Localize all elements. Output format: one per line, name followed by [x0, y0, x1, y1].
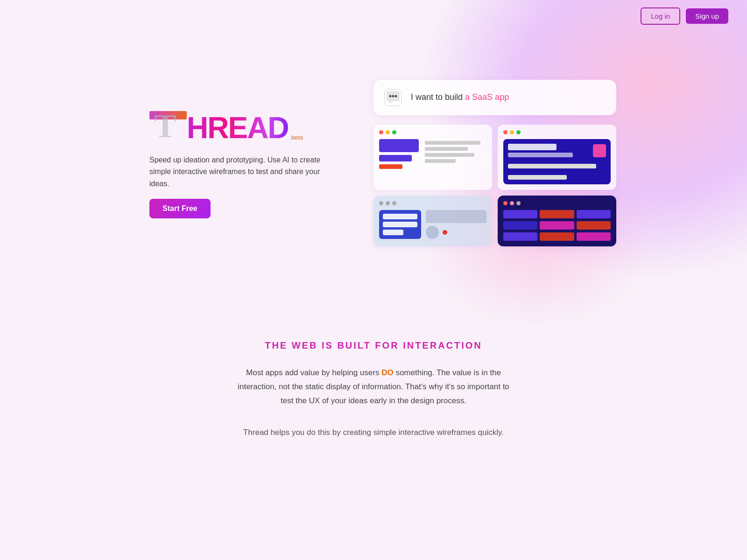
svg-point-3: [392, 95, 395, 97]
wf-gray-wide: [426, 210, 486, 223]
card3-left-panel: [379, 210, 421, 239]
wf-orange-tile1: [540, 210, 574, 218]
signup-button[interactable]: Sign up: [686, 8, 728, 24]
wireframe-card-1: [374, 125, 492, 190]
wf-purple-sm: [379, 155, 412, 161]
card3-content: [379, 210, 486, 239]
dot-yellow: [386, 130, 390, 134]
wf-line4: [425, 159, 456, 163]
wf-orange-tile2: [577, 221, 611, 230]
wireframe-card-3: [374, 196, 492, 246]
chat-icon: [383, 87, 403, 108]
chat-prefix: I want to build: [411, 92, 465, 102]
card1-right: [425, 139, 486, 169]
hero-section: T HREAD beta Speed up ideation and proto…: [0, 32, 747, 303]
wf-dark-tile1: [503, 221, 537, 230]
dot-green: [516, 130, 521, 134]
wf-line1: [425, 141, 480, 145]
hero-left: T HREAD beta Speed up ideation and proto…: [149, 107, 345, 219]
dot-red: [379, 130, 383, 134]
wf-circle: [426, 226, 439, 239]
wf-line2: [425, 147, 468, 151]
window-dots-2: [503, 130, 611, 134]
dot-red: [503, 201, 507, 205]
wireframe-card-2: [498, 125, 616, 190]
header: Log in Sign up: [0, 0, 747, 32]
wireframe-card-4: [498, 196, 616, 246]
card4-row3: [503, 232, 611, 241]
wf-magenta-tile2: [577, 232, 611, 241]
logo-t-wrapper: T: [149, 107, 187, 145]
dot-gray: [516, 201, 521, 205]
dot-gray3: [392, 201, 396, 205]
wf-white-bar: [508, 144, 557, 150]
wf-pink-square: [593, 144, 606, 157]
beta-badge: beta: [291, 134, 303, 141]
start-free-button[interactable]: Start Free: [149, 199, 211, 218]
wf-purple-box: [379, 139, 419, 152]
card3-right-panel: [426, 210, 486, 239]
card2-row1: [508, 144, 606, 157]
dot-gray1: [379, 201, 383, 205]
section-footer: Thread helps you do this by creating sim…: [93, 426, 654, 440]
chat-text: I want to build a SaaS app: [411, 92, 509, 102]
wf-white-full2: [383, 222, 417, 227]
chat-bubble: I want to build a SaaS app: [374, 80, 616, 115]
hero-description: Speed up ideation and prototyping. Use A…: [149, 154, 327, 190]
card4-row2: [503, 221, 611, 230]
card2-content: [503, 139, 611, 184]
interaction-section: THE WEB IS BUILT FOR INTERACTION Most ap…: [0, 303, 747, 468]
hero-right: I want to build a SaaS app: [374, 80, 616, 246]
card1-content: [379, 139, 486, 169]
wf-purple-tile1: [503, 210, 537, 218]
login-button[interactable]: Log in: [641, 7, 680, 25]
dot-red: [503, 130, 507, 134]
wf-white-full3: [383, 230, 403, 235]
logo-container: T HREAD beta: [149, 107, 345, 145]
wf-magenta-tile1: [540, 221, 574, 230]
wf-line3: [425, 153, 474, 157]
wf-gray-bar2: [508, 175, 567, 180]
wf-white-full1: [383, 214, 417, 219]
card1-left: [379, 139, 421, 169]
dot-pink: [510, 201, 514, 205]
wf-purple-tile2: [577, 210, 611, 218]
dot-yellow: [510, 130, 514, 134]
dot-gray2: [386, 201, 390, 205]
card3-bottom: [426, 226, 486, 239]
wf-orange-tile3: [540, 232, 574, 241]
logo-text: HREAD: [187, 113, 289, 143]
wf-orange-box: [379, 164, 402, 169]
wf-white-bar-sm: [508, 153, 573, 157]
card4-row1: [503, 210, 611, 218]
wf-red-dot: [443, 230, 447, 235]
section-body: Most apps add value by helping users DO …: [233, 366, 514, 407]
section-title: THE WEB IS BUILT FOR INTERACTION: [93, 340, 654, 351]
wf-gray-bar: [508, 164, 596, 168]
logo-t-letter: T: [154, 109, 176, 143]
window-dots-1: [379, 130, 486, 134]
wireframe-grid: [374, 125, 616, 246]
body-prefix: Most apps add value by helping users: [246, 368, 381, 377]
svg-point-4: [395, 95, 397, 97]
window-dots-4: [503, 201, 611, 205]
do-keyword: DO: [381, 368, 394, 377]
dot-green: [392, 130, 396, 134]
wf-purple-tile3: [503, 232, 537, 241]
card4-content: [503, 210, 611, 241]
window-dots-3: [379, 201, 486, 205]
chat-highlight: a SaaS app: [465, 92, 509, 102]
svg-point-2: [389, 95, 392, 97]
